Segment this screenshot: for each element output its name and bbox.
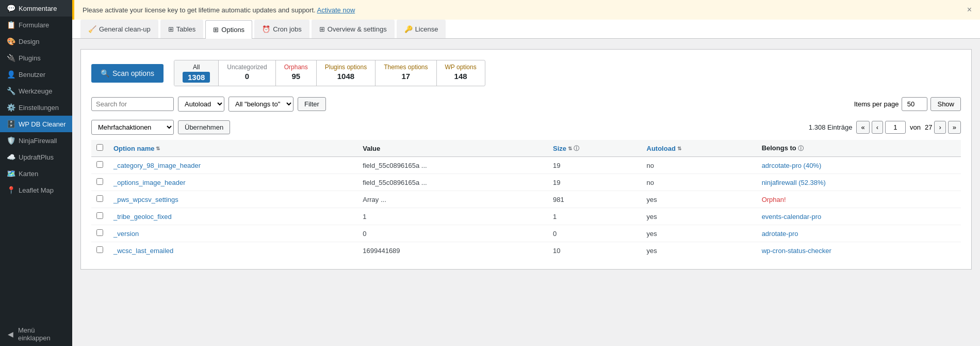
select-all-checkbox[interactable] <box>96 144 103 151</box>
belongs-to-link[interactable]: events-calendar-pro <box>762 213 822 221</box>
leaflet-icon: 📍 <box>6 186 15 194</box>
sidebar-item-menu-einklappen[interactable]: ◀ Menü einklappen <box>0 322 72 346</box>
option-name-sort-icon: ⇅ <box>156 146 160 151</box>
option-name-cell: _category_98_image_header <box>108 157 357 174</box>
page-number-input[interactable]: 1 <box>885 121 906 134</box>
sidebar-item-ninjafirewall[interactable]: 🛡️ NinjaFirewall <box>0 132 72 149</box>
sidebar-item-kommentare[interactable]: 💬 Kommentare <box>0 0 72 17</box>
tab-general-cleanup[interactable]: 🧹 General clean-up <box>80 20 158 38</box>
row-checkbox-0[interactable] <box>96 161 103 168</box>
belongs-to-link[interactable]: adrcotate-pro (40%) <box>762 162 822 169</box>
pill-themes-options[interactable]: Themes options 17 <box>375 60 436 86</box>
notice-close-button[interactable]: × <box>967 5 972 14</box>
belongs-to-cell: ninjafirewall (52.38%) <box>757 174 961 191</box>
row-checkbox-cell <box>91 208 108 225</box>
options-icon: ⊞ <box>213 26 219 34</box>
sidebar-item-benutzer[interactable]: 👤 Benutzer <box>0 66 72 83</box>
belongs-to-select[interactable]: All "belongs to" <box>228 97 293 112</box>
row-checkbox-1[interactable] <box>96 178 103 185</box>
autoload-sort[interactable]: Autoload ⇅ <box>647 145 752 152</box>
size-sort-icon: ⇅ <box>568 146 572 151</box>
design-icon: 🎨 <box>6 37 15 45</box>
size-cell: 10 <box>548 242 641 259</box>
value-cell: Array ... <box>357 191 548 208</box>
content-area: 🔍 Scan options All 1308 Uncategorized 0 <box>72 39 980 346</box>
belongs-to-cell: adrotate-pro <box>757 225 961 242</box>
sidebar-item-updraftplus[interactable]: ☁️ UpdraftPlus <box>0 149 72 165</box>
size-cell: 0 <box>548 225 641 242</box>
value-header: Value <box>357 140 548 157</box>
tab-options[interactable]: ⊞ Options <box>205 20 252 39</box>
belongs-to-cell: events-calendar-pro <box>757 208 961 225</box>
sidebar-item-karten[interactable]: 🗺️ Karten <box>0 165 72 182</box>
filter-row: AutoloadYesNo All "belongs to" Filter It… <box>91 97 961 112</box>
table-row: _version00yesadrotate-pro <box>91 225 961 242</box>
row-checkbox-3[interactable] <box>96 212 103 219</box>
row-checkbox-5[interactable] <box>96 246 103 253</box>
activate-now-link[interactable]: Activate now <box>317 6 355 14</box>
size-sort[interactable]: Size ⇅ ⓘ <box>553 145 636 152</box>
belongs-to-cell: Orphan! <box>757 191 961 208</box>
tabs-bar: 🧹 General clean-up ⊞ Tables ⊞ Options ⏰ … <box>72 20 980 39</box>
items-per-page-label: Items per page <box>854 100 899 108</box>
settings-icon: ⚙️ <box>6 103 15 112</box>
sidebar-item-wp-db-cleaner[interactable]: 🗄️ WP DB Cleaner <box>0 116 72 132</box>
sidebar-item-formulare[interactable]: 📋 Formulare <box>0 17 72 33</box>
pill-all[interactable]: All 1308 <box>174 60 219 86</box>
pill-uncategorized[interactable]: Uncategorized 0 <box>219 60 275 86</box>
sidebar-item-design[interactable]: 🎨 Design <box>0 33 72 50</box>
items-per-page-input[interactable] <box>902 97 927 111</box>
belongs-to-link[interactable]: ninjafirewall (52.38%) <box>762 179 826 186</box>
bulk-actions-select[interactable]: Mehrfachaktionen Delete <box>91 120 174 135</box>
size-cell: 19 <box>548 174 641 191</box>
sidebar-item-leaflet-map[interactable]: 📍 Leaflet Map <box>0 182 72 198</box>
belongs-to-link[interactable]: wp-cron-status-checker <box>762 247 831 255</box>
autoload-select[interactable]: AutoloadYesNo <box>178 97 224 112</box>
show-button[interactable]: Show <box>930 97 961 111</box>
tab-cron-jobs[interactable]: ⏰ Cron jobs <box>254 20 309 38</box>
belongs-to-link[interactable]: adrotate-pro <box>762 230 798 238</box>
search-input[interactable] <box>91 97 174 111</box>
table-row: _tribe_geoloc_fixed11yesevents-calendar-… <box>91 208 961 225</box>
sidebar-item-einstellungen[interactable]: ⚙️ Einstellungen <box>0 99 72 116</box>
value-cell: 1 <box>357 208 548 225</box>
row-checkbox-4[interactable] <box>96 229 103 236</box>
pill-wp-options[interactable]: WP options 148 <box>437 60 485 86</box>
size-header: Size ⇅ ⓘ <box>548 140 641 157</box>
belongs-to-cell: wp-cron-status-checker <box>757 242 961 259</box>
search-icon: 🔍 <box>101 69 109 77</box>
table-row: _category_98_image_headerfield_55c089616… <box>91 157 961 174</box>
map-icon: 🗺️ <box>6 169 15 178</box>
prev-page-button[interactable]: ‹ <box>872 121 883 134</box>
belongs-to-header: Belongs to ⓘ <box>757 140 961 157</box>
db-icon: 🗄️ <box>6 120 15 128</box>
autoload-cell: yes <box>642 225 757 242</box>
plugin-icon: 🔌 <box>6 54 15 62</box>
next-page-button[interactable]: › <box>934 121 945 134</box>
sidebar-item-plugins[interactable]: 🔌 Plugins <box>0 50 72 66</box>
tab-tables[interactable]: ⊞ Tables <box>160 20 204 38</box>
size-cell: 1 <box>548 208 641 225</box>
apply-button[interactable]: Übernehmen <box>178 120 230 134</box>
entries-info: 1.308 Einträge <box>809 123 853 131</box>
page-of-label: von <box>910 123 921 131</box>
option-name-sort[interactable]: Option name ⇅ <box>113 145 352 152</box>
pill-orphans[interactable]: Orphans 95 <box>276 60 317 86</box>
key-icon: 🔑 <box>404 25 413 33</box>
collapse-icon: ◀ <box>6 330 15 338</box>
row-checkbox-cell <box>91 191 108 208</box>
last-page-button[interactable]: » <box>948 121 961 134</box>
table-row: _wcsc_last_emailed169944168910yeswp-cron… <box>91 242 961 259</box>
filter-button[interactable]: Filter <box>298 97 326 111</box>
value-cell: field_55c0896165a ... <box>357 174 548 191</box>
tab-license[interactable]: 🔑 License <box>397 20 446 38</box>
scan-options-button[interactable]: 🔍 Scan options <box>91 64 164 83</box>
row-checkbox-cell <box>91 157 108 174</box>
sidebar-item-werkzeuge[interactable]: 🔧 Werkzeuge <box>0 83 72 99</box>
belongs-to-cell: adrcotate-pro (40%) <box>757 157 961 174</box>
pill-plugins-options[interactable]: Plugins options 1048 <box>317 60 375 86</box>
row-checkbox-2[interactable] <box>96 195 103 202</box>
first-page-button[interactable]: « <box>856 121 869 134</box>
tab-overview-settings[interactable]: ⊞ Overview & settings <box>312 20 395 38</box>
option-name-cell: _version <box>108 225 357 242</box>
